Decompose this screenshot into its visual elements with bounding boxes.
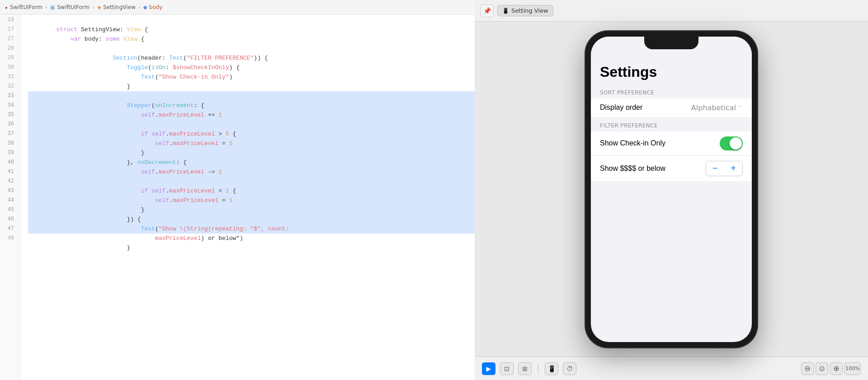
line-numbers: 10 17 27 28 29 30 31 32 33 34 35 36 37 3… bbox=[0, 14, 21, 380]
zoom-out-button[interactable]: ⊖ bbox=[801, 362, 814, 375]
swift-icon: ⬥ bbox=[5, 4, 8, 10]
show-checkin-label: Show Check-in Only bbox=[600, 139, 665, 147]
device-button[interactable]: 📱 bbox=[545, 362, 558, 375]
show-checkin-row: Show Check-in Only bbox=[591, 131, 752, 156]
filter-section-label: FILTER PREFERENCE bbox=[591, 117, 752, 131]
ln-33: 33 bbox=[0, 91, 18, 101]
ln-36: 36 bbox=[0, 120, 18, 129]
breadcrumb-sep-1: › bbox=[45, 4, 47, 10]
display-order-value: Alphabetical ⌃ bbox=[691, 103, 743, 112]
ln-42: 42 bbox=[0, 177, 18, 186]
ln-39: 39 bbox=[0, 148, 18, 158]
ln-27: 27 bbox=[0, 34, 18, 44]
ln-44: 44 bbox=[0, 196, 18, 205]
sort-preference-section: SORT PREFERENCE Display order Alphabetic… bbox=[591, 84, 752, 117]
ln-40: 40 bbox=[0, 158, 18, 167]
ln-17: 17 bbox=[0, 25, 18, 34]
display-order-label: Display order bbox=[600, 103, 642, 112]
code-lines: struct SettingView: View { var body: som… bbox=[21, 14, 475, 380]
grid-button[interactable]: ⊞ bbox=[518, 362, 532, 375]
iphone-screen: Settings SORT PREFERENCE Display order A… bbox=[591, 37, 752, 342]
editor-panel: ⬥ SwiftUIForm › ▣ SwiftUIForm › ◈ Settin… bbox=[0, 0, 475, 380]
zoom-fit-button[interactable]: ⊙ bbox=[816, 362, 828, 375]
preview-toolbar: 📌 📱 Setting View bbox=[475, 0, 868, 22]
code-line-33: Stepper(onIncrement: { bbox=[28, 91, 475, 101]
chevron-icon: ⌃ bbox=[738, 104, 743, 111]
ln-28: 28 bbox=[0, 44, 18, 53]
breadcrumb-sep-3: › bbox=[138, 4, 141, 10]
preview-view-icon: 📱 bbox=[502, 8, 509, 14]
breadcrumb-body[interactable]: body bbox=[149, 4, 163, 10]
minus-icon: − bbox=[712, 163, 718, 174]
ln-34: 34 bbox=[0, 101, 18, 110]
play-button[interactable]: ▶ bbox=[482, 362, 495, 375]
ln-46: 46 bbox=[0, 215, 18, 224]
toggle-knob bbox=[730, 137, 742, 150]
ln-10: 10 bbox=[0, 15, 18, 25]
breadcrumb-swiftuiform-1[interactable]: SwiftUIForm bbox=[10, 4, 42, 10]
stepper-minus-button[interactable]: − bbox=[706, 161, 724, 176]
preview-panel: 📌 📱 Setting View Settings SORT PREFERENC… bbox=[475, 0, 868, 380]
price-stepper: − + bbox=[706, 161, 743, 176]
breadcrumb-settingview[interactable]: SettingView bbox=[103, 4, 135, 10]
show-checkin-toggle[interactable] bbox=[720, 136, 743, 150]
preview-canvas: Settings SORT PREFERENCE Display order A… bbox=[475, 22, 868, 357]
divider bbox=[538, 363, 538, 374]
ln-32: 32 bbox=[0, 82, 18, 91]
sort-section-label: SORT PREFERENCE bbox=[591, 84, 752, 99]
ln-35: 35 bbox=[0, 110, 18, 120]
iphone-notch bbox=[644, 37, 698, 49]
ln-41: 41 bbox=[0, 167, 18, 177]
filter-settings-group: Show Check-in Only Show $$$$ or below − bbox=[591, 131, 752, 181]
preview-view-selector[interactable]: 📱 Setting View bbox=[497, 5, 553, 16]
breadcrumb-bar: ⬥ SwiftUIForm › ▣ SwiftUIForm › ◈ Settin… bbox=[0, 0, 475, 14]
prop-icon: ◆ bbox=[143, 4, 147, 10]
code-line-42: if self.maxPriceLevel < 1 { bbox=[28, 177, 475, 186]
ln-30: 30 bbox=[0, 63, 18, 72]
plus-icon: + bbox=[731, 163, 736, 174]
show-price-row: Show $$$$ or below − + bbox=[591, 156, 752, 181]
settings-title: Settings bbox=[600, 64, 743, 80]
zoom-in-button[interactable]: ⊕ bbox=[830, 362, 843, 375]
code-line-36: if self.maxPriceLevel > 5 { bbox=[28, 120, 475, 129]
zoom-controls: ⊖ ⊙ ⊕ 100% bbox=[801, 362, 861, 375]
clock-button[interactable]: ⏱ bbox=[563, 362, 576, 375]
code-line-28: Section(header: Text("FILTER PREFERENCE"… bbox=[28, 44, 475, 53]
preview-bottom-toolbar: ▶ ⊡ ⊞ 📱 ⏱ ⊖ ⊙ ⊕ 100% bbox=[475, 357, 868, 380]
zoom-100-button[interactable]: 100% bbox=[844, 362, 861, 375]
iphone-frame: Settings SORT PREFERENCE Display order A… bbox=[585, 31, 757, 347]
code-line-10: struct SettingView: View { bbox=[28, 15, 475, 25]
ln-48: 48 bbox=[0, 234, 18, 243]
ln-29: 29 bbox=[0, 53, 18, 63]
breadcrumb-swiftuiform-2[interactable]: SwiftUIForm bbox=[57, 4, 90, 10]
ln-49 bbox=[0, 243, 18, 253]
ln-37: 37 bbox=[0, 129, 18, 139]
ln-38: 38 bbox=[0, 139, 18, 148]
display-order-value-text: Alphabetical bbox=[691, 103, 736, 112]
folder-icon: ▣ bbox=[50, 4, 55, 10]
pin-button[interactable]: 📌 bbox=[480, 5, 494, 17]
code-area: 10 17 27 28 29 30 31 32 33 34 35 36 37 3… bbox=[0, 14, 475, 380]
breadcrumb-sep-2: › bbox=[92, 4, 94, 10]
bottom-left-tools: ▶ ⊡ ⊞ 📱 ⏱ bbox=[482, 362, 576, 375]
display-order-row[interactable]: Display order Alphabetical ⌃ bbox=[591, 99, 752, 117]
ln-31: 31 bbox=[0, 72, 18, 82]
ln-43: 43 bbox=[0, 186, 18, 196]
inspect-button[interactable]: ⊡ bbox=[500, 362, 514, 375]
ln-45: 45 bbox=[0, 205, 18, 215]
stepper-plus-button[interactable]: + bbox=[724, 161, 742, 176]
show-price-label: Show $$$$ or below bbox=[600, 164, 665, 173]
ln-47: 47 bbox=[0, 224, 18, 234]
file-icon: ◈ bbox=[97, 4, 101, 10]
preview-view-label: Setting View bbox=[511, 7, 548, 14]
filter-preference-section: FILTER PREFERENCE Show Check-in Only Sho… bbox=[591, 117, 752, 181]
sort-settings-group: Display order Alphabetical ⌃ bbox=[591, 99, 752, 117]
